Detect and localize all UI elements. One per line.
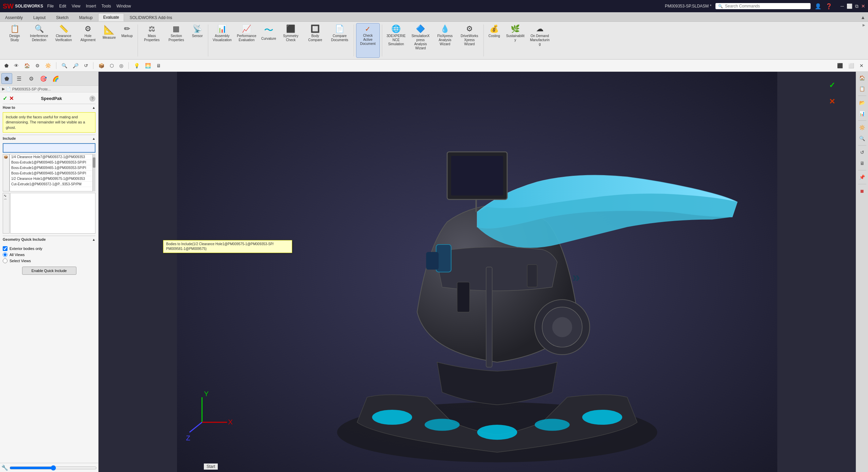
target-icon-btn[interactable]: 🎯: [38, 73, 49, 84]
enable-quick-include-button[interactable]: Enable Quick Include: [22, 267, 76, 275]
minimize-button[interactable]: ─: [840, 3, 844, 9]
include-scrollbar[interactable]: [93, 154, 95, 191]
sensor-button[interactable]: 📡 Sensor: [189, 23, 206, 58]
list-item[interactable]: Boss-Extrude1@PM009465-1@PM009353-SP/PI: [10, 165, 92, 171]
rotate-btn[interactable]: ↺: [82, 61, 91, 70]
tab-markup[interactable]: Markup: [74, 14, 98, 21]
search-input[interactable]: [725, 4, 793, 9]
body-compare-button[interactable]: 🔲 Body Compare: [303, 23, 327, 58]
compare-documents-button[interactable]: 📄 Compare Documents: [328, 23, 352, 58]
restore-button[interactable]: ⬜: [847, 3, 852, 9]
menu-window[interactable]: Window: [117, 4, 131, 9]
hole-alignment-button[interactable]: ⚙ Hole Alignment: [76, 23, 100, 58]
symmetry-check-button[interactable]: ⬛ Symmetry Check: [279, 23, 303, 58]
tab-solidworks-addins[interactable]: SOLIDWORKS Add-Ins: [124, 14, 177, 21]
markup-button[interactable]: ✏ Markup: [119, 23, 136, 58]
panel-tool-icon[interactable]: 🔧: [1, 465, 8, 471]
propertymanager-btn[interactable]: 👁: [12, 62, 20, 69]
menu-edit[interactable]: Edit: [59, 4, 66, 9]
costing-button[interactable]: 💰 Costing: [486, 23, 503, 58]
list-item[interactable]: Cut-Extrude1@PM009372-1@P...9353-SP/PM: [10, 182, 92, 187]
rs-display-btn[interactable]: 🖥: [857, 158, 867, 168]
display-style-btn[interactable]: ◎: [118, 62, 125, 69]
measure-button[interactable]: 📐 Measure: [101, 23, 118, 58]
menu-file[interactable]: File: [47, 4, 54, 9]
speedpak-help-btn[interactable]: ?: [89, 96, 95, 102]
include-icon-1[interactable]: 📦: [4, 155, 8, 159]
section-properties-button[interactable]: ▦ Section Properties: [164, 23, 188, 58]
list-item[interactable]: 1/4 Clearance Hole7@PM009372-1@PM009353: [10, 154, 92, 160]
on-demand-manufacturing-button[interactable]: ☁ On Demand Manufacturing: [528, 23, 552, 58]
performance-evaluation-button[interactable]: 📈 Performance Evaluation: [235, 23, 259, 58]
search-dropdown-icon[interactable]: ▼: [795, 4, 798, 8]
include-section-header[interactable]: Include ▲: [3, 135, 95, 142]
maximize-button[interactable]: ⧉: [855, 3, 858, 9]
color-icon-btn[interactable]: 🌈: [50, 73, 61, 84]
rs-search-btn[interactable]: 🔍: [857, 134, 867, 143]
tab-sketch[interactable]: Sketch: [51, 14, 74, 21]
rs-color-btn[interactable]: ■: [857, 186, 867, 196]
include-icon-3[interactable]: ⌒: [4, 198, 8, 203]
assembly-visualization-button[interactable]: 📊 Assembly Visualization: [210, 23, 234, 58]
featuretree-btn[interactable]: ⬟: [3, 62, 10, 69]
confirm-button[interactable]: ✓: [825, 79, 839, 92]
sustainability-button[interactable]: 🌿 Sustainability: [503, 23, 527, 58]
rs-brightness-btn[interactable]: 🔆: [857, 123, 867, 132]
floworks-button[interactable]: 💧 FloXpress Analysis Wizard: [433, 23, 457, 58]
configmanager-btn[interactable]: 🏠: [22, 62, 32, 69]
speedpak-cancel-btn[interactable]: ✕: [9, 95, 14, 102]
scene-btn[interactable]: 🌅: [143, 62, 153, 69]
help-icon[interactable]: ❓: [826, 3, 832, 10]
featuretree-icon-btn[interactable]: ⬟: [1, 73, 12, 84]
select-views-radio[interactable]: [3, 258, 7, 263]
simulationxpress-button[interactable]: 🔷 SimulationXpress Analysis Wizard: [409, 23, 432, 58]
panel-slider[interactable]: [10, 465, 97, 471]
tab-evaluate[interactable]: Evaluate: [98, 13, 124, 21]
user-icon[interactable]: 👤: [815, 3, 821, 10]
expand-panel-btn[interactable]: ⬛: [835, 62, 845, 69]
driveworks-button[interactable]: ⚙ DriveWorksXpress Wizard: [458, 23, 481, 58]
list-item[interactable]: 1/2 Clearance Hole1@PM009575-1@PM009353: [10, 176, 92, 182]
interference-detection-button[interactable]: 🔍 Interference Detection: [27, 23, 51, 58]
menu-tools[interactable]: Tools: [102, 4, 111, 9]
zoom-fit-btn[interactable]: 🔍: [60, 62, 69, 69]
display-manager-btn[interactable]: 🔆: [43, 62, 53, 69]
ribbon-more-btn[interactable]: ▶: [863, 23, 865, 27]
clearance-verification-button[interactable]: 📏 Clearance Verification: [52, 23, 75, 58]
include-icon-2[interactable]: ∿: [4, 194, 8, 198]
how-to-section-header[interactable]: How to ▲: [3, 104, 95, 111]
restore-btn[interactable]: ⬜: [847, 62, 856, 69]
rs-refresh-btn[interactable]: ↺: [857, 148, 867, 157]
rs-pin-btn[interactable]: 📌: [857, 172, 867, 182]
close-button[interactable]: ✕: [861, 3, 865, 9]
menu-insert[interactable]: Insert: [86, 4, 96, 9]
exterior-bodies-checkbox[interactable]: [3, 246, 7, 251]
zoom-in-btn[interactable]: 🔎: [71, 62, 80, 69]
cancel-overlay-button[interactable]: ✕: [825, 95, 839, 108]
curvature-button[interactable]: 〜 Curvature: [259, 23, 278, 58]
3dexperience-simulation-button[interactable]: 🌐 3DEXPERIENCE Simulation: [384, 23, 408, 58]
close-viewport-btn[interactable]: ✕: [858, 62, 865, 69]
rs-chart-btn[interactable]: 📊: [857, 109, 867, 118]
include-search-input[interactable]: [3, 143, 95, 153]
panel-resize-bar[interactable]: 🔧: [0, 463, 98, 472]
propertymanager-icon-btn[interactable]: ☰: [14, 73, 24, 84]
check-active-document-button[interactable]: ✓ Check Active Document: [356, 23, 380, 58]
dimxpert-btn[interactable]: ⚙: [34, 62, 41, 69]
list-item[interactable]: Boss-Extrude1@PM009465-1@PM009353-SP/PI: [10, 171, 92, 176]
rs-clipboard-btn[interactable]: 📋: [857, 84, 867, 94]
all-views-radio[interactable]: [3, 252, 7, 257]
section-view-btn[interactable]: ⬡: [108, 62, 116, 69]
rs-folder-btn[interactable]: 📂: [857, 98, 867, 107]
menu-view[interactable]: View: [72, 4, 81, 9]
geometry-section-header[interactable]: Geometry Quick Include ▲: [3, 236, 95, 243]
display-scheme-btn[interactable]: 🖥: [155, 62, 163, 69]
design-study-button[interactable]: 📋 Design Study: [3, 23, 26, 58]
ribbon-collapse-btn[interactable]: ▲: [858, 13, 868, 21]
lighting-btn[interactable]: 💡: [132, 62, 141, 69]
tab-assembly[interactable]: Assembly: [0, 14, 28, 21]
view-orient-btn[interactable]: 📦: [97, 62, 106, 69]
rs-home-btn[interactable]: 🏠: [857, 73, 867, 83]
mass-properties-button[interactable]: ⚖ Mass Properties: [140, 23, 164, 58]
list-item[interactable]: Boss-Extrude1@PM009465-1@PM009353-SP/PI: [10, 160, 92, 165]
